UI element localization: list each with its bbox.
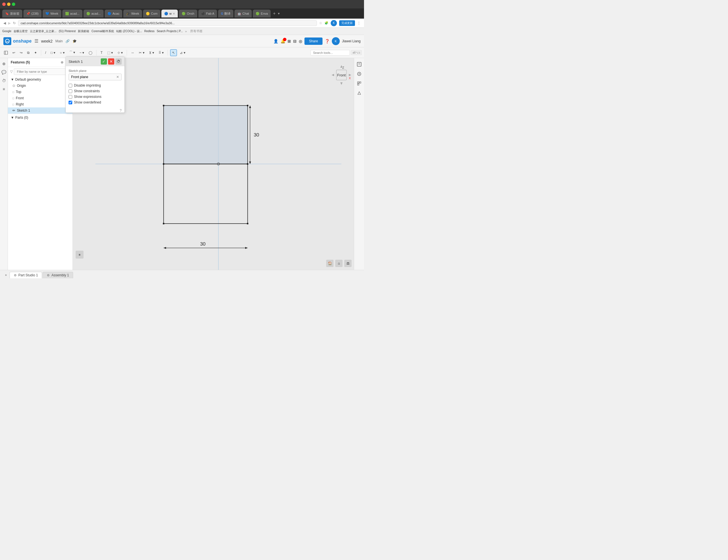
ellipse-tool[interactable]: ◯ [87, 50, 94, 56]
transform-tool[interactable]: ⊹ ▾ [116, 50, 124, 56]
show-constraints-row[interactable]: Show constraints [69, 88, 122, 94]
forward-button[interactable]: ▶ [8, 21, 11, 25]
graduate-icon[interactable]: 🎓 [73, 39, 77, 43]
bookmark-4[interactable]: 新浪邮箱 [78, 29, 89, 33]
tab-5[interactable]: 🔵Acac [105, 10, 122, 17]
bookmark-1[interactable]: 金蝶云星空 [14, 29, 28, 33]
add-feature-button[interactable]: ⊕ [60, 60, 64, 65]
sketch-cancel-button[interactable]: ✕ [108, 58, 114, 65]
share-more-icon[interactable]: ◎ [299, 39, 302, 43]
right-plane-item[interactable]: □ Right [8, 101, 73, 107]
apps-icon[interactable]: ⊞ [288, 39, 291, 43]
filter-input[interactable] [14, 68, 70, 75]
extensions-button[interactable]: 🧩 [324, 21, 328, 25]
tab-7[interactable]: 🟡Com [143, 10, 160, 17]
house-view-btn[interactable]: 🏠 [326, 260, 334, 267]
person-add-icon[interactable]: 👤 [273, 39, 278, 43]
plane-select[interactable]: Front plane ✕ [69, 74, 122, 80]
properties-tool[interactable]: ≡ [1, 86, 7, 93]
arc-tool[interactable]: ⌒ ▾ [67, 49, 77, 56]
undo-button[interactable]: ↩ [11, 50, 17, 56]
share-button[interactable]: Share [304, 38, 323, 45]
origin-item[interactable]: ⊙ Origin [8, 83, 73, 89]
hamburger-icon[interactable]: ☰ [34, 38, 38, 44]
link-icon[interactable]: 🔗 [65, 39, 70, 43]
assembly-tab[interactable]: ⚙ Assembly 1 [43, 272, 73, 278]
text-tool[interactable]: T [99, 50, 104, 56]
bookmark-2[interactable]: 云之家登录_云之家... [30, 29, 56, 33]
comment-tool[interactable]: 💬 [1, 69, 7, 76]
tab-8-active[interactable]: 🔵w✕ [161, 10, 178, 17]
minimize-button[interactable] [7, 3, 10, 6]
tab-1[interactable]: 📌(238) [23, 10, 41, 17]
profile-button[interactable]: K [331, 20, 337, 26]
show-overdefined-checkbox[interactable] [69, 101, 72, 104]
bookmark-5[interactable]: Coremail邮件系统 [91, 29, 114, 33]
default-geometry-group[interactable]: ▼ Default geometry [8, 76, 73, 83]
plane-clear-icon[interactable]: ✕ [116, 75, 119, 79]
tab-2[interactable]: 💙Week [43, 10, 61, 17]
constraint-tool[interactable]: ⊿ ▾ [178, 50, 187, 56]
pattern-tool[interactable]: ⠿ ▾ [157, 50, 165, 56]
parts-header[interactable]: ▼ Parts (0) [11, 116, 70, 120]
new-tab-button[interactable]: + [273, 11, 275, 16]
offset-tool[interactable]: ⬚ ▾ [106, 50, 115, 56]
tab-4[interactable]: 🟢acad... [84, 10, 104, 17]
mirror-tool[interactable]: ⊻ ▾ [147, 50, 156, 56]
right-panel-btn-1[interactable] [355, 60, 363, 68]
notifications-icon[interactable]: 🔔 [280, 39, 285, 43]
circle-tool[interactable]: ○ ▾ [58, 50, 66, 56]
disable-imprinting-checkbox[interactable] [69, 84, 72, 87]
dimension-tool[interactable]: ↔ [129, 50, 136, 56]
tab-8-close[interactable]: ✕ [173, 12, 175, 15]
address-input[interactable] [18, 20, 317, 26]
show-constraints-checkbox[interactable] [69, 89, 72, 93]
bookmark-7[interactable]: Redless [144, 30, 154, 33]
tool-strip-top[interactable]: ⊕ [1, 60, 7, 67]
magic-button[interactable]: ✦ [32, 50, 39, 56]
sketch-options-button[interactable]: ⏱ [115, 58, 122, 65]
show-overdefined-row[interactable]: Show overdefined [69, 100, 122, 105]
fit-view-btn[interactable]: ⌂ [335, 260, 343, 267]
sketch-confirm-button[interactable]: ✓ [101, 58, 107, 65]
help-icon[interactable]: ❓ [325, 39, 330, 43]
history-tool[interactable]: ⏱ [1, 77, 7, 84]
redo-button[interactable]: ↪ [18, 50, 24, 56]
spline-tool[interactable]: ~ ▾ [78, 50, 86, 56]
left-panel-toggle[interactable] [2, 50, 10, 56]
search-tools-input[interactable] [310, 50, 350, 56]
bookmark-6[interactable]: 站酷 (ZCOOL) - 设... [116, 29, 142, 33]
bookmark-google[interactable]: Google [2, 30, 11, 33]
trim-tool[interactable]: ✂ ▾ [137, 50, 146, 56]
back-button[interactable]: ◀ [3, 21, 6, 25]
bookmark-star[interactable]: ☆ [319, 21, 322, 25]
add-tab-button[interactable]: + [2, 272, 10, 279]
bookmark-3[interactable]: (51) Pinterest [59, 30, 76, 33]
reload-button[interactable]: ↻ [13, 21, 16, 25]
sketch1-item[interactable]: ✏ Sketch 1 [8, 107, 73, 114]
tabs-menu-button[interactable]: ▾ [278, 12, 280, 16]
user-avatar[interactable]: K [332, 37, 340, 45]
maximize-button[interactable] [12, 3, 15, 6]
show-expressions-row[interactable]: Show expressions [69, 94, 122, 100]
tab-10[interactable]: ⚫Fab A [198, 10, 217, 17]
more-bookmarks[interactable]: » [185, 30, 187, 33]
right-panel-btn-2[interactable] [355, 70, 363, 78]
rect-tool[interactable]: □ ▾ [49, 50, 57, 56]
help-button[interactable]: ? [120, 109, 122, 113]
front-plane-item[interactable]: □ Front [8, 95, 73, 101]
update-button[interactable]: 完成更新 [339, 20, 355, 26]
grid-icon[interactable]: ⊟ [293, 39, 297, 43]
tab-0[interactable]: 🔖新标签 [2, 10, 22, 17]
top-plane-item[interactable]: □ Top [8, 89, 73, 95]
close-button[interactable] [2, 3, 6, 6]
bookmark-8[interactable]: Search Projects | P... [157, 30, 183, 33]
tab-13[interactable]: 🟢Enva [253, 10, 271, 17]
select-tool[interactable]: ↖ [170, 49, 177, 56]
show-expressions-checkbox[interactable] [69, 95, 72, 99]
tab-9[interactable]: 🟢Onsh [179, 10, 197, 17]
copy-button[interactable]: ⧉ [25, 50, 31, 56]
right-panel-btn-3[interactable] [355, 80, 363, 87]
tab-6[interactable]: 🎓Week [123, 10, 142, 17]
list-view-button[interactable]: ≡ [76, 251, 84, 259]
